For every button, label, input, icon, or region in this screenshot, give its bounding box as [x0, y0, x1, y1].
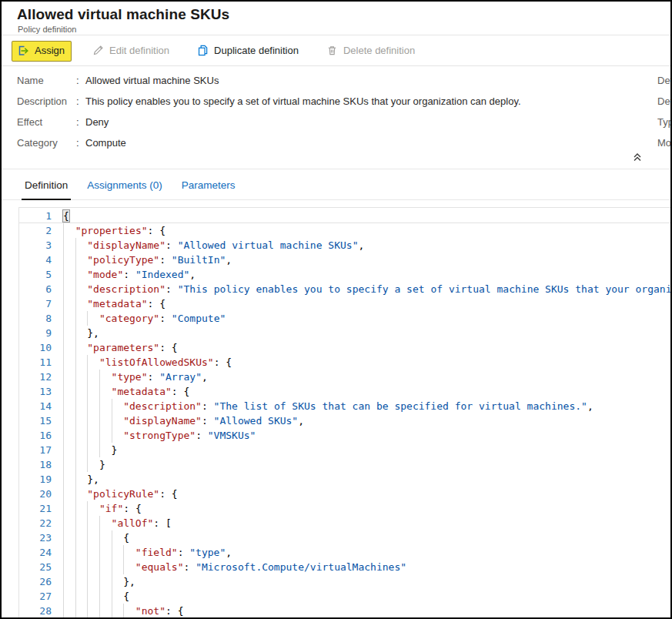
toolbar-button-delete-definition: Delete definition: [322, 42, 421, 60]
code-text: {: [63, 209, 69, 223]
details-right-column: DefDefTypMo: [657, 67, 672, 159]
indent-guide: [112, 560, 124, 574]
toolbar-button-duplicate-definition[interactable]: Duplicate definition: [192, 42, 305, 60]
code-line: 22"allOf": [: [19, 516, 670, 530]
line-number: 3: [19, 238, 58, 253]
indent-guide: [99, 516, 112, 530]
line-number: 22: [19, 516, 58, 530]
code-text: "field": "type",: [63, 545, 232, 560]
collapse-chevron-icon[interactable]: [630, 151, 645, 165]
code-text: },: [63, 472, 99, 487]
detail-label: Name: [17, 75, 76, 86]
line-number: 1: [19, 209, 58, 223]
indent-guide: [75, 326, 88, 340]
code-line: 6"description": "This policy enables you…: [19, 282, 670, 296]
indent-guide: [75, 399, 88, 413]
detail-label: Effect: [17, 117, 76, 128]
code-text: "if": {: [63, 501, 142, 516]
indent-guide: [75, 384, 88, 399]
indent-guide: [75, 516, 88, 530]
tab-assignments[interactable]: Assignments (0): [84, 169, 165, 200]
line-number: 11: [19, 355, 58, 370]
tab-parameters[interactable]: Parameters: [179, 169, 239, 200]
code-text: "parameters": {: [63, 340, 178, 355]
indent-guide: [75, 238, 88, 253]
indent-guide: [75, 443, 88, 457]
indent-guide: [63, 340, 75, 355]
indent-guide: [63, 501, 75, 516]
indent-guide: [63, 238, 75, 253]
code-text: "not": {: [63, 604, 183, 617]
detail-right-label: Def: [657, 75, 672, 86]
indent-guide: [87, 413, 99, 428]
indent-guide: [63, 399, 75, 413]
indent-guide: [87, 530, 99, 545]
line-number: 9: [19, 326, 58, 340]
indent-guide: [75, 413, 88, 428]
detail-value: This policy enables you to specify a set…: [85, 96, 670, 107]
indent-guide: [63, 487, 75, 501]
toolbar-button-label: Delete definition: [343, 45, 415, 56]
code-text: "equals": "Microsoft.Compute/virtualMach…: [63, 560, 406, 574]
indent-guide: [99, 545, 112, 560]
line-number: 25: [19, 560, 58, 574]
code-line: 5"mode": "Indexed",: [19, 267, 670, 282]
toolbar-button-label: Assign: [35, 45, 65, 56]
code-line: 10"parameters": {: [19, 340, 670, 355]
toolbar-button-label: Edit definition: [109, 45, 169, 56]
page-title: Allowed virtual machine SKUs: [17, 6, 229, 23]
code-text: "properties": {: [63, 223, 165, 238]
line-number: 7: [19, 296, 58, 311]
detail-colon: :: [76, 75, 85, 86]
indent-guide: [87, 311, 99, 326]
code-line: 20"policyRule": {: [19, 487, 670, 501]
line-number: 21: [19, 501, 58, 516]
code-text: "displayName": "Allowed virtual machine …: [63, 238, 364, 253]
toolbar-button-assign[interactable]: Assign: [12, 42, 71, 61]
indent-guide: [75, 501, 88, 516]
indent-guide: [99, 530, 112, 545]
policy-definition-window: Allowed virtual machine SKUs Policy defi…: [0, 0, 672, 619]
code-line: 15"displayName": "Allowed SKUs",: [19, 413, 670, 428]
code-line: 24"field": "type",: [19, 545, 670, 560]
code-line: 11"listOfAllowedSKUs": {: [19, 355, 670, 370]
code-editor[interactable]: 1{2"properties": {3"displayName": "Allow…: [18, 207, 670, 617]
indent-guide: [63, 282, 75, 296]
trash-icon: [326, 45, 338, 56]
indent-guide: [99, 443, 112, 457]
detail-colon: :: [76, 117, 85, 128]
indent-guide: [63, 413, 75, 428]
indent-guide: [99, 589, 112, 604]
indent-guide: [87, 428, 99, 443]
code-text: "category": "Compute": [63, 311, 226, 326]
indent-guide: [63, 326, 75, 340]
code-line: 4"policyType": "BuiltIn",: [19, 253, 670, 267]
code-line: 2"properties": {: [19, 223, 670, 238]
line-number: 13: [19, 384, 58, 399]
indent-guide: [63, 516, 75, 530]
indent-guide: [75, 472, 88, 487]
indent-guide: [63, 574, 75, 589]
indent-guide: [99, 560, 112, 574]
tab-definition[interactable]: Definition: [22, 169, 71, 200]
detail-label: Category: [17, 138, 76, 149]
line-number: 28: [19, 604, 58, 617]
code-text: "displayName": "Allowed SKUs",: [63, 413, 304, 428]
code-line: 1{: [19, 209, 670, 223]
code-text: "description": "The list of SKUs that ca…: [63, 399, 593, 413]
indent-guide: [87, 399, 99, 413]
code-text: {: [63, 589, 129, 604]
line-number: 24: [19, 545, 58, 560]
code-line: 21"if": {: [19, 501, 670, 516]
code-lines: 1{2"properties": {3"displayName": "Allow…: [19, 208, 670, 617]
code-line: 7"metadata": {: [19, 296, 670, 311]
indent-guide: [112, 589, 124, 604]
line-number: 27: [19, 589, 58, 604]
indent-guide: [63, 355, 75, 370]
indent-guide: [99, 399, 112, 413]
indent-guide: [63, 296, 75, 311]
indent-guide: [63, 604, 75, 617]
code-text: {: [63, 530, 129, 545]
code-line: 16"strongType": "VMSKUs": [19, 428, 670, 443]
toolbar-button-label: Duplicate definition: [214, 45, 299, 56]
